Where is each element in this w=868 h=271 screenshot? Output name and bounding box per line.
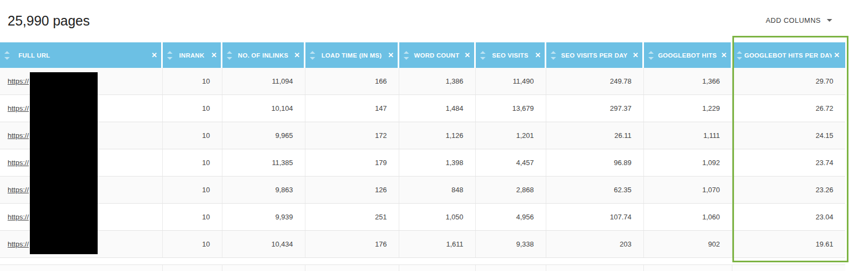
column-header-seo-visits[interactable]: SEO VISITS ✕	[476, 42, 546, 68]
column-header-load-time-in-ms[interactable]: LOAD TIME (IN MS) ✕	[305, 42, 399, 68]
cell-seo-visits: 13,679	[476, 95, 546, 122]
partial-cell	[732, 265, 845, 271]
partial-cell	[399, 265, 476, 271]
cell-word-count: 1,126	[399, 122, 476, 149]
cell-no-of-inlinks: 10,434	[222, 231, 305, 257]
cell-inrank: 10	[163, 122, 222, 149]
sort-desc-icon[interactable]	[4, 57, 10, 60]
partial-cell	[305, 265, 399, 271]
url-link[interactable]: https://	[8, 77, 29, 85]
sort-asc-icon[interactable]	[404, 51, 409, 54]
cell-googlebot-hits-per-day: 29.70	[732, 68, 845, 94]
chevron-down-icon	[827, 19, 832, 22]
sort-asc-icon[interactable]	[551, 51, 556, 54]
sort-desc-icon[interactable]	[480, 57, 486, 60]
url-link[interactable]: https://	[8, 213, 29, 221]
cell-seo-visits: 1,201	[476, 122, 546, 149]
partial-cell	[476, 265, 546, 271]
cell-word-count: 1,484	[399, 95, 476, 122]
cell-googlebot-hits-per-day: 26.72	[732, 95, 845, 122]
table-header-row: FULL URL ✕ INRANK ✕ NO. OF INLINKS ✕ LOA…	[0, 42, 845, 68]
remove-column-icon[interactable]: ✕	[388, 51, 394, 59]
url-link[interactable]: https://	[8, 104, 29, 112]
sort-asc-icon[interactable]	[480, 51, 486, 54]
sort-asc-icon[interactable]	[310, 51, 315, 54]
cell-word-count: 848	[399, 177, 476, 203]
cell-no-of-inlinks: 9,863	[222, 177, 305, 203]
cell-seo-visits-per-day: 26.11	[546, 122, 644, 149]
url-link[interactable]: https://	[8, 159, 29, 167]
sort-asc-icon[interactable]	[648, 51, 654, 54]
cell-googlebot-hits-per-day: 23.04	[732, 204, 845, 230]
column-header-label: LOAD TIME (IN MS)	[317, 52, 386, 59]
partial-cell	[163, 265, 222, 271]
partial-cell	[546, 265, 644, 271]
partial-cell	[0, 265, 163, 271]
remove-column-icon[interactable]: ✕	[721, 51, 727, 59]
sort-desc-icon[interactable]	[404, 57, 409, 60]
remove-column-icon[interactable]: ✕	[464, 51, 470, 59]
cell-seo-visits-per-day: 62.35	[546, 177, 644, 203]
remove-column-icon[interactable]: ✕	[151, 51, 157, 59]
remove-column-icon[interactable]: ✕	[535, 51, 541, 59]
partial-cell	[644, 265, 732, 271]
cell-googlebot-hits: 1,070	[644, 177, 732, 203]
sort-desc-icon[interactable]	[310, 57, 315, 60]
cell-load-time-in-ms: 176	[305, 231, 399, 257]
column-header-full-url[interactable]: FULL URL ✕	[0, 42, 163, 68]
sort-desc-icon[interactable]	[551, 57, 556, 60]
sort-arrows	[310, 51, 315, 60]
sort-desc-icon[interactable]	[737, 57, 742, 60]
column-header-inrank[interactable]: INRANK ✕	[163, 42, 222, 68]
sort-arrows	[480, 51, 486, 60]
column-header-googlebot-hits-per-day[interactable]: GOOGLEBOT HITS PER DAY ✕	[732, 42, 845, 68]
cell-seo-visits-per-day: 297.37	[546, 95, 644, 122]
sort-asc-icon[interactable]	[4, 51, 10, 54]
cell-seo-visits: 4,457	[476, 149, 546, 176]
cell-seo-visits: 4,956	[476, 204, 546, 230]
cell-googlebot-hits: 1,366	[644, 68, 732, 94]
url-link[interactable]: https://	[8, 240, 29, 248]
sort-desc-icon[interactable]	[648, 57, 654, 60]
sort-desc-icon[interactable]	[227, 57, 232, 60]
table-row: https:// 1011,0941661,38611,490249.781,3…	[0, 68, 845, 95]
sort-arrows	[167, 51, 173, 60]
remove-column-icon[interactable]: ✕	[211, 51, 217, 59]
add-columns-label: ADD COLUMNS	[765, 16, 821, 24]
add-columns-button[interactable]: ADD COLUMNS	[765, 16, 832, 24]
column-header-word-count[interactable]: WORD COUNT ✕	[399, 42, 476, 68]
cell-googlebot-hits-per-day: 24.15	[732, 122, 845, 149]
cell-word-count: 1,386	[399, 68, 476, 94]
sort-asc-icon[interactable]	[737, 51, 742, 54]
sort-arrows	[737, 51, 742, 60]
column-header-seo-visits-per-day[interactable]: SEO VISITS PER DAY ✕	[546, 42, 644, 68]
cell-inrank: 10	[163, 68, 222, 94]
sort-arrows	[648, 51, 654, 60]
remove-column-icon[interactable]: ✕	[834, 51, 840, 59]
sort-asc-icon[interactable]	[227, 51, 232, 54]
partial-cell	[222, 265, 305, 271]
url-link[interactable]: https://	[8, 186, 29, 194]
column-header-label: SEO VISITS	[488, 52, 533, 59]
cell-googlebot-hits: 1,229	[644, 95, 732, 122]
remove-column-icon[interactable]: ✕	[294, 51, 300, 59]
sort-desc-icon[interactable]	[167, 57, 173, 60]
cell-load-time-in-ms: 166	[305, 68, 399, 94]
sort-asc-icon[interactable]	[167, 51, 173, 54]
cell-googlebot-hits: 1,111	[644, 122, 732, 149]
column-header-googlebot-hits[interactable]: GOOGLEBOT HITS ✕	[644, 42, 732, 68]
sort-arrows	[4, 51, 10, 60]
cell-googlebot-hits: 902	[644, 231, 732, 257]
cell-googlebot-hits: 1,060	[644, 204, 732, 230]
cell-word-count: 1,611	[399, 231, 476, 257]
sort-arrows	[404, 51, 409, 60]
cell-googlebot-hits-per-day: 19.61	[732, 231, 845, 257]
page-title: 25,990 pages	[8, 13, 90, 29]
remove-column-icon[interactable]: ✕	[633, 51, 639, 59]
cell-inrank: 10	[163, 95, 222, 122]
cell-inrank: 10	[163, 149, 222, 176]
cell-inrank: 10	[163, 204, 222, 230]
url-link[interactable]: https://	[8, 131, 29, 140]
data-explorer-screen: 25,990 pages ADD COLUMNS FULL URL ✕ INRA…	[0, 0, 868, 271]
column-header-no-of-inlinks[interactable]: NO. OF INLINKS ✕	[222, 42, 305, 68]
